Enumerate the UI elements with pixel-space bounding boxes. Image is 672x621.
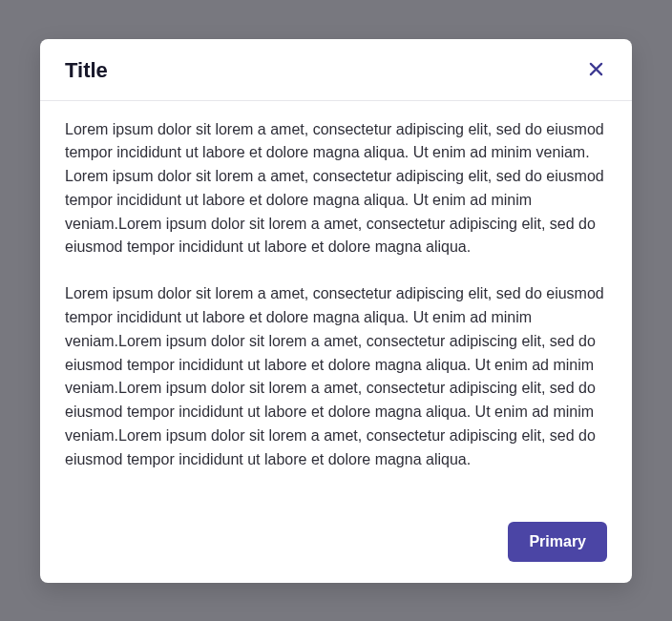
close-button[interactable]	[584, 59, 607, 82]
modal-dialog: Title Lorem ipsum dolor sit lorem a amet…	[40, 39, 632, 583]
modal-title: Title	[65, 58, 108, 83]
close-icon	[589, 62, 603, 79]
body-paragraph: Lorem ipsum dolor sit lorem a amet, cons…	[65, 118, 607, 260]
body-paragraph: Lorem ipsum dolor sit lorem a amet, cons…	[65, 282, 607, 471]
modal-footer: Primary	[40, 507, 632, 583]
modal-scroll-area[interactable]: Lorem ipsum dolor sit lorem a amet, cons…	[65, 118, 624, 507]
primary-button[interactable]: Primary	[508, 522, 607, 562]
modal-body: Lorem ipsum dolor sit lorem a amet, cons…	[40, 101, 632, 507]
modal-header: Title	[40, 39, 632, 101]
